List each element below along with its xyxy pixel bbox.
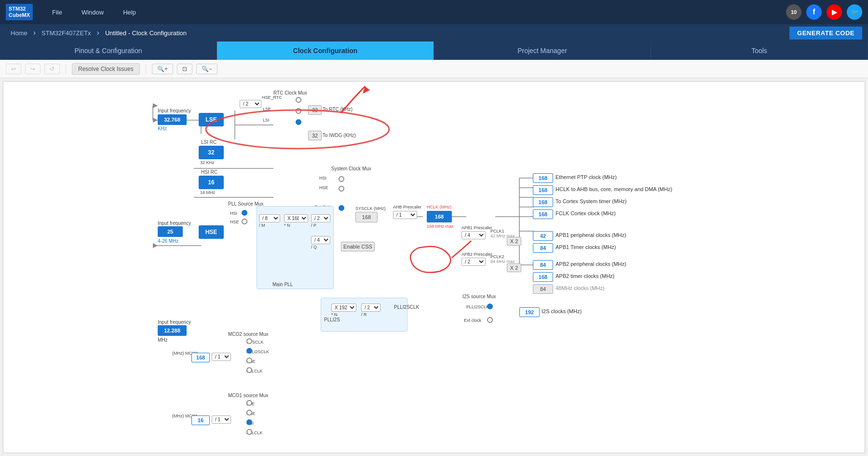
breadcrumb-config[interactable]: Untitled - Clock Configuration — [100, 29, 191, 37]
pll-src-hsi-radio[interactable] — [242, 210, 247, 216]
hsi-block[interactable]: 16 — [199, 176, 224, 189]
mco2-radio-3[interactable] — [246, 358, 252, 363]
rtc-div2-select[interactable]: / 2 — [240, 100, 261, 108]
i2s-clk-box: 192 — [519, 307, 540, 317]
mco1-radio-3[interactable] — [246, 419, 252, 425]
refresh-button[interactable]: ↺ — [44, 64, 60, 74]
sys-mux-hse-radio[interactable] — [339, 186, 344, 192]
hsi-rc-label: HSI RC — [201, 169, 217, 175]
menu-window[interactable]: Window — [81, 9, 104, 16]
plli2s-label: PLLI2S — [324, 317, 340, 322]
menu-bar: File Window Help — [52, 9, 786, 16]
mco2-radio-2[interactable] — [246, 348, 252, 354]
resolve-clock-issues-button[interactable]: Resolve Clock Issues — [72, 63, 140, 75]
tab-bar: Pinout & Configuration Clock Configurati… — [0, 41, 868, 60]
mco2-radio-4[interactable] — [246, 367, 252, 373]
input-freq-1-unit: KHz — [158, 126, 167, 131]
input-freq-1-value[interactable]: 32.768 — [158, 114, 187, 125]
out-box-5: 84 — [533, 243, 553, 253]
mco2-radio-1[interactable] — [246, 338, 252, 344]
pll-x168-select[interactable]: X 168 — [284, 214, 308, 222]
plli2s-x192-select[interactable]: X 192 — [331, 304, 356, 312]
hclk-max-label: 168 MHz max — [427, 224, 454, 229]
menu-file[interactable]: File — [52, 9, 62, 16]
enable-css-button[interactable]: Enable CSS — [341, 242, 375, 251]
youtube-icon[interactable]: ▶ — [827, 4, 842, 20]
i2s-clk-label: I2S clocks (MHz) — [542, 308, 582, 314]
twitter-icon[interactable]: 🐦 — [847, 4, 862, 20]
zoom-in-button[interactable]: 🔍+ — [152, 64, 173, 74]
out-box-7: 168 — [533, 272, 553, 282]
sys-mux-pll-radio[interactable] — [339, 205, 344, 211]
out-label-8: 48MHz clocks (MHz) — [556, 285, 604, 291]
out-label-3: FCLK Cortex clock (MHz) — [556, 210, 616, 216]
out-box-6: 84 — [533, 260, 553, 270]
lsi-block[interactable]: 32 — [199, 146, 224, 159]
apb1-prescaler-select[interactable]: / 4 — [461, 231, 486, 239]
breadcrumb-device[interactable]: STM32F407ZETx — [37, 29, 96, 37]
i2s-src-radio-2[interactable] — [487, 317, 493, 323]
facebook-icon[interactable]: f — [806, 4, 822, 20]
redo-button[interactable]: ↪ — [25, 64, 41, 74]
rtc-mux-radio-2[interactable] — [296, 108, 301, 114]
input-freq-2-label: Input frequency — [158, 221, 191, 226]
pll-src-hse-label: HSE — [230, 220, 239, 224]
mco1-radio-1[interactable] — [246, 400, 252, 406]
hclk-value-box[interactable]: 168 — [427, 211, 452, 222]
lsi-rc-label: LSI RC — [201, 139, 217, 145]
tab-tools[interactable]: Tools — [651, 41, 868, 60]
rtc-mux-radio-3[interactable] — [296, 119, 301, 125]
mco1-radio-2[interactable] — [246, 410, 252, 415]
ahb-prescaler-label: AHB Prescaler — [393, 205, 421, 209]
out-box-4: 42 — [533, 231, 553, 241]
ahb-prescaler-select[interactable]: / 1 — [393, 211, 417, 219]
i2s-src-radio-1[interactable] — [487, 304, 493, 309]
pll-div2p-select[interactable]: / 2 — [311, 214, 330, 222]
i2s-src-mux-label: I2S source Mux — [462, 294, 496, 299]
sysclk-label: SYSCLK (MHz) — [355, 206, 386, 211]
clock-diagram: RTC Clock Mux Input frequency 32.768 KHz… — [3, 82, 865, 453]
pll-div4q-select[interactable]: / 4 — [311, 236, 330, 244]
rtc-div-box: 32 — [308, 105, 322, 115]
input-freq-2-unit: 4-26 MHz — [158, 238, 178, 244]
pll-src-hse-radio[interactable] — [242, 219, 247, 224]
hse-block[interactable]: HSE — [199, 225, 224, 239]
svg-point-24 — [206, 110, 389, 149]
pll-n-label: * N — [284, 223, 290, 228]
x2-2-box: X 2 — [507, 263, 521, 272]
menu-help[interactable]: Help — [123, 9, 136, 16]
rtc-mux-radio-1[interactable] — [296, 97, 301, 103]
breadcrumb-home[interactable]: Home — [6, 29, 32, 37]
tab-pinout[interactable]: Pinout & Configuration — [0, 41, 217, 60]
input-freq-3-label: Input frequency — [158, 319, 191, 325]
plli2s-div2r-select[interactable]: / 2 — [361, 304, 380, 312]
tab-project[interactable]: Project Manager — [434, 41, 651, 60]
tab-clock[interactable]: Clock Configuration — [217, 41, 434, 60]
undo-button[interactable]: ↩ — [6, 64, 21, 74]
sysclk-value-box: 168 — [355, 212, 378, 222]
zoom-fit-button[interactable]: ⊡ — [177, 64, 192, 74]
sys-hse-label: HSE — [319, 185, 328, 190]
plli2s-r-label: / R — [361, 312, 367, 317]
mco1-radio-4[interactable] — [246, 429, 252, 435]
svg-marker-3 — [153, 118, 158, 123]
out-label-6: APB2 peripheral clocks (MHz) — [556, 261, 626, 267]
to-rtc-label: To RTC (KHz) — [323, 107, 353, 112]
out-label-2: To Cortex System timer (MHz) — [556, 198, 626, 204]
out-box-3: 168 — [533, 209, 553, 219]
mco1-div-select[interactable]: / 1 — [212, 415, 231, 424]
hsi-unit: 16 MHz — [200, 190, 215, 195]
sys-mux-hsi-radio[interactable] — [339, 176, 344, 182]
input-freq-2-value[interactable]: 25 — [158, 226, 183, 237]
zoom-out-button[interactable]: 🔍− — [196, 64, 217, 74]
pll-div8-select[interactable]: / 8 — [259, 214, 280, 222]
to-iwdg-label: To IWDG (KHz) — [323, 133, 356, 138]
red-annotations — [3, 82, 865, 453]
lse-block[interactable]: LSE — [199, 113, 224, 126]
generate-code-button[interactable]: GENERATE CODE — [789, 27, 862, 40]
mco2-div-select[interactable]: / 1 — [212, 353, 231, 361]
input-freq-3-value[interactable]: 12.288 — [158, 325, 187, 336]
out-box-0: 168 — [533, 173, 553, 183]
sys-hsi-label: HSI — [319, 176, 326, 180]
apb2-prescaler-select[interactable]: / 2 — [461, 258, 486, 266]
